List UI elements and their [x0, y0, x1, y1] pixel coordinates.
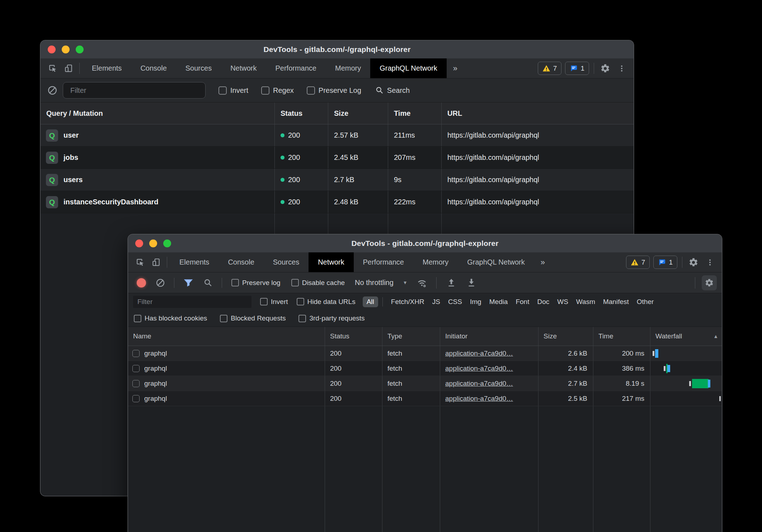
third-party-requests-checkbox[interactable]	[298, 315, 306, 322]
blocked-requests-checkbox[interactable]	[220, 315, 227, 322]
preserve-log-checkbox-group[interactable]: Preserve log	[231, 279, 281, 287]
settings-button[interactable]	[685, 255, 702, 270]
table-row[interactable]: QinstanceSecurityDashboard 200 2.48 kB 2…	[41, 191, 634, 213]
request-type-img[interactable]: Img	[466, 298, 485, 306]
column-header-size[interactable]: Size	[328, 103, 388, 124]
regex-checkbox-group[interactable]: Regex	[261, 86, 294, 95]
invert-checkbox[interactable]	[260, 298, 268, 305]
tab-performance[interactable]: Performance	[266, 58, 326, 78]
disable-cache-checkbox-group[interactable]: Disable cache	[291, 279, 345, 287]
tab-network[interactable]: Network	[221, 58, 266, 78]
invert-checkbox-group[interactable]: Invert	[260, 298, 288, 306]
disable-cache-checkbox[interactable]	[291, 279, 299, 286]
throttling-select[interactable]: No throttling ▼	[355, 279, 408, 287]
column-header-query[interactable]: Query / Mutation	[41, 103, 274, 124]
preserve-log-checkbox[interactable]	[307, 86, 315, 95]
request-type-doc[interactable]: Doc	[533, 298, 553, 306]
table-row[interactable]: graphql 200 fetch application-a7ca9d0… 2…	[128, 376, 722, 391]
tab-network[interactable]: Network	[309, 252, 353, 272]
search-icon[interactable]	[203, 278, 213, 288]
preserve-log-checkbox-group[interactable]: Preserve Log	[307, 86, 361, 95]
row-checkbox[interactable]	[132, 350, 140, 357]
filter-input[interactable]	[63, 82, 206, 99]
column-header-url[interactable]: URL	[441, 103, 634, 124]
column-header-time[interactable]: Time	[593, 327, 650, 346]
menu-button[interactable]	[702, 255, 718, 270]
initiator-link[interactable]: application-a7ca9d0…	[445, 350, 513, 357]
more-tabs-button[interactable]: »	[534, 252, 551, 272]
tab-graphql-network[interactable]: GraphQL Network	[458, 252, 534, 272]
invert-checkbox-group[interactable]: Invert	[218, 86, 248, 95]
table-row[interactable]: Qjobs 200 2.45 kB 207ms https://gitlab.c…	[41, 147, 634, 169]
device-toolbar-button[interactable]	[148, 252, 164, 272]
column-header-status[interactable]: Status	[325, 327, 382, 346]
invert-checkbox[interactable]	[218, 86, 227, 95]
row-checkbox[interactable]	[132, 365, 140, 372]
has-blocked-cookies-group[interactable]: Has blocked cookies	[134, 314, 207, 322]
zoom-button[interactable]	[76, 46, 84, 53]
network-settings-button[interactable]	[702, 275, 717, 290]
initiator-link[interactable]: application-a7ca9d0…	[445, 380, 513, 388]
tab-console[interactable]: Console	[131, 58, 176, 78]
minimize-button[interactable]	[62, 46, 70, 53]
initiator-link[interactable]: application-a7ca9d0…	[445, 395, 513, 403]
table-row[interactable]: Quser 200 2.57 kB 211ms https://gitlab.c…	[41, 124, 634, 147]
settings-button[interactable]	[597, 61, 613, 76]
request-type-all[interactable]: All	[363, 296, 378, 307]
request-type-ws[interactable]: WS	[553, 298, 572, 306]
device-toolbar-button[interactable]	[61, 58, 76, 78]
request-type-fetch-xhr[interactable]: Fetch/XHR	[387, 298, 428, 306]
third-party-requests-group[interactable]: 3rd-party requests	[298, 314, 364, 322]
warnings-badge[interactable]: 7	[538, 62, 562, 75]
tab-performance[interactable]: Performance	[354, 252, 414, 272]
export-har-icon[interactable]	[466, 277, 477, 288]
record-button[interactable]	[137, 278, 146, 288]
request-type-other[interactable]: Other	[633, 298, 658, 306]
warnings-badge[interactable]: 7	[626, 256, 650, 269]
table-row[interactable]: graphql 200 fetch application-a7ca9d0… 2…	[128, 361, 722, 376]
column-header-status[interactable]: Status	[274, 103, 328, 124]
request-type-css[interactable]: CSS	[444, 298, 466, 306]
inspect-element-button[interactable]	[45, 58, 61, 78]
column-header-type[interactable]: Type	[382, 327, 440, 346]
request-type-font[interactable]: Font	[512, 298, 533, 306]
filter-icon[interactable]	[183, 277, 194, 288]
request-type-js[interactable]: JS	[428, 298, 444, 306]
hide-data-urls-checkbox-group[interactable]: Hide data URLs	[297, 298, 356, 306]
regex-checkbox[interactable]	[261, 86, 269, 95]
issues-badge[interactable]: 1	[565, 62, 589, 75]
column-header-size[interactable]: Size	[538, 327, 593, 346]
initiator-link[interactable]: application-a7ca9d0…	[445, 365, 513, 372]
more-tabs-button[interactable]: »	[447, 58, 464, 78]
zoom-button[interactable]	[163, 239, 171, 247]
blocked-requests-group[interactable]: Blocked Requests	[220, 314, 286, 322]
titlebar[interactable]: DevTools - gitlab.com/-/graphql-explorer	[41, 41, 634, 58]
request-type-wasm[interactable]: Wasm	[572, 298, 599, 306]
table-row[interactable]: graphql 200 fetch application-a7ca9d0… 2…	[128, 391, 722, 406]
hide-data-urls-checkbox[interactable]	[297, 298, 304, 305]
import-har-icon[interactable]	[446, 277, 457, 288]
network-filter-input[interactable]	[133, 296, 251, 308]
tab-sources[interactable]: Sources	[264, 252, 309, 272]
row-checkbox[interactable]	[132, 380, 140, 387]
row-checkbox[interactable]	[132, 395, 140, 402]
clear-icon[interactable]	[155, 278, 165, 288]
close-button[interactable]	[48, 46, 56, 53]
network-conditions-icon[interactable]	[416, 277, 428, 289]
issues-badge[interactable]: 1	[653, 256, 677, 269]
search-button[interactable]: Search	[375, 86, 410, 95]
column-header-name[interactable]: Name	[128, 327, 325, 346]
minimize-button[interactable]	[149, 239, 157, 247]
request-type-manifest[interactable]: Manifest	[599, 298, 633, 306]
tab-memory[interactable]: Memory	[413, 252, 458, 272]
request-type-media[interactable]: Media	[485, 298, 512, 306]
table-row[interactable]: Qusers 200 2.7 kB 9s https://gitlab.com/…	[41, 169, 634, 191]
titlebar[interactable]: DevTools - gitlab.com/-/graphql-explorer	[128, 234, 722, 252]
table-row[interactable]: graphql 200 fetch application-a7ca9d0… 2…	[128, 346, 722, 361]
close-button[interactable]	[135, 239, 143, 247]
clear-icon[interactable]	[47, 85, 58, 96]
column-header-waterfall[interactable]: Waterfall ▲	[650, 327, 722, 346]
tab-memory[interactable]: Memory	[326, 58, 370, 78]
tab-elements[interactable]: Elements	[83, 58, 131, 78]
tab-elements[interactable]: Elements	[170, 252, 218, 272]
